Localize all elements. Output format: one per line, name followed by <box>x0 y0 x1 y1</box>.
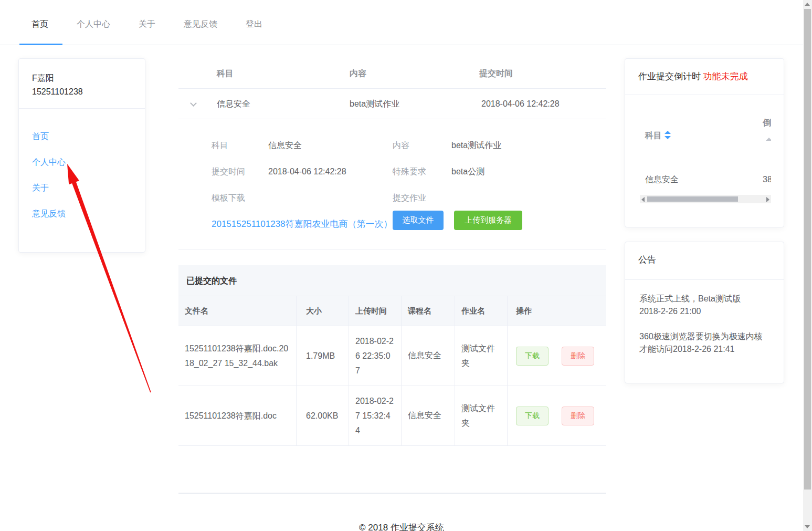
countdown-row-subject: 信息安全 <box>645 174 679 185</box>
column-actions: 操作 <box>508 296 606 326</box>
download-button[interactable]: 下载 <box>516 407 549 425</box>
scroll-up-arrow-icon[interactable] <box>805 3 810 6</box>
countdown-horizontal-scrollbar[interactable] <box>640 195 771 203</box>
sidebar-item-feedback[interactable]: 意见反馈 <box>32 201 145 226</box>
detail-time-value: 2018-04-06 12:42:28 <box>268 164 346 179</box>
countdown-title: 作业提交倒计时 功能未完成 <box>625 59 784 95</box>
homework-row: 信息安全 beta测试作业 2018-04-06 12:42:28 <box>178 89 606 119</box>
detail-template-label: 模板下载 <box>212 191 245 205</box>
download-button[interactable]: 下载 <box>516 347 549 366</box>
detail-subject-value: 信息安全 <box>268 138 302 153</box>
file-size: 1.79MB <box>297 326 349 386</box>
file-upload-time: 2018-02-27 15:32:44 <box>349 386 402 445</box>
nav-tab-home[interactable]: 首页 <box>17 4 62 45</box>
file-actions: 下载 删除 <box>508 326 606 386</box>
user-student-id: 15251101238 <box>19 85 145 109</box>
expand-chevron-icon[interactable] <box>190 100 197 107</box>
file-row: 15251101238符嘉阳.doc.2018_02_27 15_32_44.b… <box>178 326 606 386</box>
announcement-panel: 公告 系统正式上线，Beta测试版 2018-2-26 21:00 360极速浏… <box>625 242 784 383</box>
vertical-scroll-thumb[interactable] <box>804 9 811 490</box>
homework-time: 2018-04-06 12:42:28 <box>481 89 560 119</box>
countdown-subject-header-text: 科目 <box>645 131 662 140</box>
upload-to-server-button[interactable]: 上传到服务器 <box>454 211 522 230</box>
sidebar-menu: 首页 个人中心 关于 意见反馈 <box>19 109 145 226</box>
file-row: 15251101238符嘉阳.doc 62.00KB 2018-02-27 15… <box>178 386 606 446</box>
file-homework: 测试文件夹 <box>455 326 508 386</box>
top-navbar: 首页 个人中心 关于 意见反馈 登出 <box>0 0 803 45</box>
file-course: 信息安全 <box>402 326 455 386</box>
window-vertical-scrollbar[interactable] <box>803 0 812 531</box>
template-download-link[interactable]: 201515251101238符嘉阳农业电商（第一次） <box>212 217 393 231</box>
countdown-unfinished-notice: 功能未完成 <box>703 71 748 81</box>
homework-table-header: 科目 内容 提交时间 <box>178 58 606 89</box>
sidebar-item-about[interactable]: 关于 <box>32 175 145 201</box>
sidebar-item-home[interactable]: 首页 <box>32 123 145 149</box>
homework-detail: 科目 信息安全 内容 beta测试作业 提交时间 2018-04-06 12:4… <box>178 119 606 249</box>
scroll-down-arrow-icon[interactable] <box>805 525 810 528</box>
sort-caret-gray-icon[interactable] <box>766 138 771 141</box>
countdown-subject-header[interactable]: 科目 <box>645 130 671 141</box>
countdown-panel: 作业提交倒计时 功能未完成 科目 倒 信息安全 38 <box>625 58 784 227</box>
footer-copyright: © 2018 作业提交系统 <box>0 522 803 531</box>
delete-button[interactable]: 删除 <box>562 407 594 425</box>
file-name: 15251101238符嘉阳.doc <box>178 386 297 445</box>
homework-content: beta测试作业 <box>350 89 399 119</box>
detail-subject-label: 科目 <box>212 138 228 153</box>
homework-submission-page: 首页 个人中心 关于 意见反馈 登出 F嘉阳 15251101238 首页 个人… <box>0 0 812 531</box>
announcement-body: 系统正式上线，Beta测试版 2018-2-26 21:00 360极速浏览器要… <box>625 280 775 356</box>
homework-section: 科目 内容 提交时间 信息安全 beta测试作业 2018-04-06 12:4… <box>178 58 606 249</box>
scroll-right-arrow-icon[interactable] <box>766 197 769 202</box>
sidebar-item-personal-center[interactable]: 个人中心 <box>32 149 145 175</box>
nav-tab-feedback[interactable]: 意见反馈 <box>170 4 231 45</box>
homework-subject: 信息安全 <box>217 89 250 119</box>
submitted-files-section: 已提交的文件 文件名 大小 上传时间 课程名 作业名 操作 1525110123… <box>178 265 606 494</box>
delete-button[interactable]: 删除 <box>562 347 594 366</box>
scroll-left-arrow-icon[interactable] <box>641 197 645 202</box>
detail-time-label: 提交时间 <box>212 164 245 179</box>
file-actions: 下载 删除 <box>508 386 606 445</box>
detail-content-value: beta测试作业 <box>451 138 501 153</box>
announcement-item: 360极速浏览器要切换为极速内核才能访问2018-2-26 21:41 <box>639 330 764 356</box>
profile-sidebar: F嘉阳 15251101238 首页 个人中心 关于 意见反馈 <box>18 58 145 253</box>
files-table-header: 文件名 大小 上传时间 课程名 作业名 操作 <box>178 296 606 326</box>
detail-submit-label: 提交作业 <box>393 191 426 205</box>
file-size: 62.00KB <box>297 386 349 445</box>
nav-tab-about[interactable]: 关于 <box>124 4 170 45</box>
countdown-row-value: 38 <box>763 174 771 185</box>
column-upload-time: 上传时间 <box>349 296 402 326</box>
announcement-title: 公告 <box>625 242 784 280</box>
user-name: F嘉阳 <box>19 59 145 85</box>
file-upload-time: 2018-02-26 22:35:07 <box>349 326 402 386</box>
column-subject: 科目 <box>217 58 234 89</box>
file-homework: 测试文件夹 <box>455 386 508 445</box>
column-file-size: 大小 <box>297 296 349 326</box>
countdown-clipped-header: 倒 <box>763 118 771 128</box>
file-course: 信息安全 <box>402 386 455 445</box>
file-name: 15251101238符嘉阳.doc.2018_02_27 15_32_44.b… <box>178 326 297 386</box>
column-content: 内容 <box>350 58 366 89</box>
pick-file-button[interactable]: 选取文件 <box>393 211 444 230</box>
column-file-name: 文件名 <box>178 296 297 326</box>
nav-tab-logout[interactable]: 登出 <box>231 4 277 45</box>
column-submit-time: 提交时间 <box>479 58 513 89</box>
announcement-item: 系统正式上线，Beta测试版 2018-2-26 21:00 <box>639 293 764 318</box>
column-course-name: 课程名 <box>402 296 455 326</box>
horizontal-scroll-thumb[interactable] <box>647 196 738 202</box>
countdown-title-text: 作业提交倒计时 <box>638 71 701 81</box>
column-homework-name: 作业名 <box>455 296 508 326</box>
countdown-table-viewport: 科目 倒 信息安全 38 <box>640 106 771 193</box>
nav-tab-personal-center[interactable]: 个人中心 <box>62 4 124 45</box>
detail-requirement-label: 特殊要求 <box>393 164 426 179</box>
detail-content-label: 内容 <box>393 138 409 153</box>
sort-carets-icon[interactable] <box>665 131 671 139</box>
detail-requirement-value: beta公测 <box>451 164 484 179</box>
submitted-files-title: 已提交的文件 <box>178 265 606 296</box>
